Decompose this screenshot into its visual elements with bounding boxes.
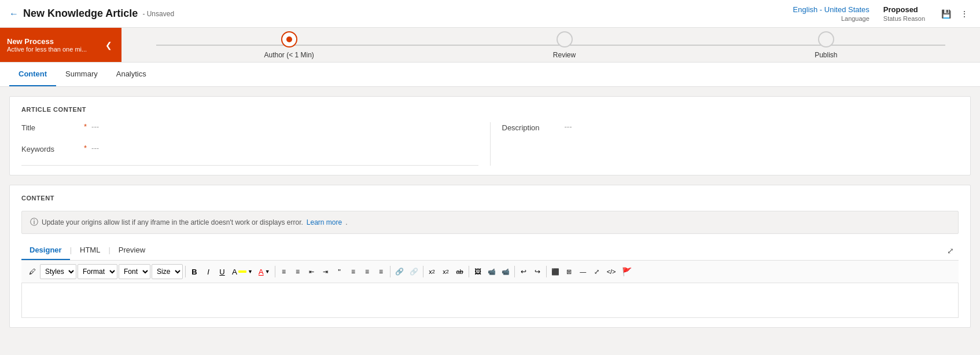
main-content: ARTICLE CONTENT Title * --- Keywords * -…	[0, 87, 980, 337]
subscript-button[interactable]: x2	[440, 264, 452, 279]
step-label-publish: Publish	[815, 51, 837, 59]
status-label: Status Reason	[883, 15, 925, 22]
strikethrough-button[interactable]: ab	[454, 264, 466, 279]
info-bar: ⓘ Update your origins allow list if any …	[21, 211, 959, 234]
title-field-row: Title * ---	[21, 122, 478, 132]
fields-left: Title * --- Keywords * ---	[21, 122, 491, 166]
step-circle-publish	[818, 31, 834, 47]
article-content-section: ARTICLE CONTENT Title * --- Keywords * -…	[9, 96, 971, 175]
keywords-label: Keywords	[21, 144, 79, 153]
keywords-required: *	[84, 144, 87, 152]
process-collapse-button[interactable]: ❮	[103, 41, 115, 50]
article-section-title: ARTICLE CONTENT	[21, 106, 959, 113]
process-pill-title: New Process	[7, 37, 87, 46]
header-right: English - United States Language Propose…	[793, 5, 971, 23]
font-color-arrow: ▼	[265, 269, 270, 275]
keywords-field-row: Keywords * ---	[21, 144, 478, 153]
image-button[interactable]: 🖼	[471, 264, 484, 279]
title-label: Title	[21, 122, 79, 132]
fields-row: Title * --- Keywords * --- Description -…	[21, 122, 959, 166]
undo-button[interactable]: ↩	[517, 264, 530, 279]
redo-button[interactable]: ↪	[531, 264, 544, 279]
more-options-button[interactable]: ⋮	[958, 7, 971, 21]
process-steps: Author (< 1 Min) Review Publish	[121, 28, 980, 62]
page-title: New Knowledge Article	[23, 8, 138, 20]
align-left-button[interactable]: ≡	[278, 264, 290, 279]
align-justify-button[interactable]: ≡	[292, 264, 304, 279]
step-label-author: Author (< 1 Min)	[264, 51, 314, 59]
link-button[interactable]: 🔗	[393, 264, 406, 279]
font-select[interactable]: Font	[119, 264, 150, 279]
underline-button[interactable]: U	[216, 264, 229, 279]
toolbar-sep-1	[185, 266, 186, 277]
editor-body[interactable]	[21, 283, 959, 318]
info-period: .	[345, 218, 347, 226]
toolbar-wand-button[interactable]: 🖊	[26, 264, 39, 279]
info-text: Update your origins allow list if any if…	[42, 218, 303, 226]
highlight-button[interactable]: A ▼	[230, 264, 255, 279]
language-section: English - United States Language	[793, 5, 870, 23]
process-step-author[interactable]: Author (< 1 Min)	[264, 31, 314, 59]
status-section: Proposed Status Reason	[883, 5, 925, 23]
description-label: Description	[502, 122, 560, 132]
description-value[interactable]: ---	[565, 122, 572, 131]
header-left: ← New Knowledge Article - Unsaved	[9, 8, 174, 20]
fullscreen-button[interactable]: ⤢	[591, 264, 603, 279]
step-label-review: Review	[553, 51, 576, 59]
expand-icon[interactable]: ⤢	[942, 244, 959, 258]
table-button[interactable]: ⊞	[563, 264, 576, 279]
align-center-button[interactable]: ≡	[347, 264, 360, 279]
indent-increase-button[interactable]: ⇥	[319, 264, 332, 279]
indent-decrease-button[interactable]: ⇤	[305, 264, 318, 279]
editor-toolbar: 🖊 Styles Format Font Size B I U A ▼	[21, 261, 959, 283]
step-circle-review	[557, 31, 573, 47]
align-full-button[interactable]: ≡	[375, 264, 388, 279]
bold-button[interactable]: B	[188, 264, 201, 279]
editor-tab-designer[interactable]: Designer	[21, 241, 70, 260]
highlight-arrow: ▼	[248, 269, 253, 275]
back-icon[interactable]: ←	[9, 9, 19, 19]
italic-button[interactable]: I	[202, 264, 215, 279]
unlink-button[interactable]: 🔗	[407, 264, 421, 279]
tab-content[interactable]: Content	[9, 63, 56, 86]
process-step-review[interactable]: Review	[553, 31, 576, 59]
tab-summary[interactable]: Summary	[56, 63, 107, 86]
video-button[interactable]: 📹	[485, 264, 498, 279]
align-right-button[interactable]: ≡	[361, 264, 374, 279]
save-button[interactable]: 💾	[939, 7, 953, 21]
title-value[interactable]: ---	[91, 122, 99, 131]
keywords-value[interactable]: ---	[91, 144, 99, 152]
media-button[interactable]: 📹	[499, 264, 512, 279]
content-editor-section: CONTENT ⓘ Update your origins allow list…	[9, 185, 971, 328]
field-separator	[21, 165, 478, 166]
blockquote-button[interactable]: "	[333, 264, 346, 279]
format-select[interactable]: Format	[78, 264, 117, 279]
editor-tab-preview[interactable]: Preview	[110, 241, 153, 260]
content-section-title: CONTENT	[21, 195, 959, 202]
superscript-button[interactable]: x2	[426, 264, 439, 279]
header-icons: 💾 ⋮	[939, 7, 971, 21]
new-process-pill: New Process Active for less than one mi.…	[0, 28, 121, 62]
source-button[interactable]: ⬛	[549, 264, 562, 279]
toolbar-sep-2	[275, 266, 275, 277]
tabs-bar: Content Summary Analytics	[0, 63, 980, 87]
process-bar: New Process Active for less than one mi.…	[0, 28, 980, 63]
html-view-button[interactable]: </>	[605, 264, 618, 279]
horizontal-rule-button[interactable]: —	[577, 264, 590, 279]
font-color-button[interactable]: A ▼	[256, 264, 272, 279]
highlight-text: A	[232, 268, 237, 276]
font-color-text: A	[259, 268, 264, 276]
learn-more-link[interactable]: Learn more	[307, 218, 342, 226]
size-select[interactable]: Size	[152, 264, 183, 279]
editor-tab-html[interactable]: HTML	[72, 241, 108, 260]
flag-button[interactable]: 🚩	[620, 264, 634, 279]
step-circle-author	[281, 31, 297, 47]
header: ← New Knowledge Article - Unsaved Englis…	[0, 0, 980, 28]
tab-analytics[interactable]: Analytics	[107, 63, 156, 86]
styles-select[interactable]: Styles	[40, 264, 76, 279]
language-link[interactable]: English - United States	[793, 5, 870, 14]
toolbar-sep-5	[469, 266, 469, 277]
unsaved-badge: - Unsaved	[142, 10, 174, 18]
highlight-color-indicator	[238, 270, 246, 273]
process-step-publish[interactable]: Publish	[815, 31, 837, 59]
